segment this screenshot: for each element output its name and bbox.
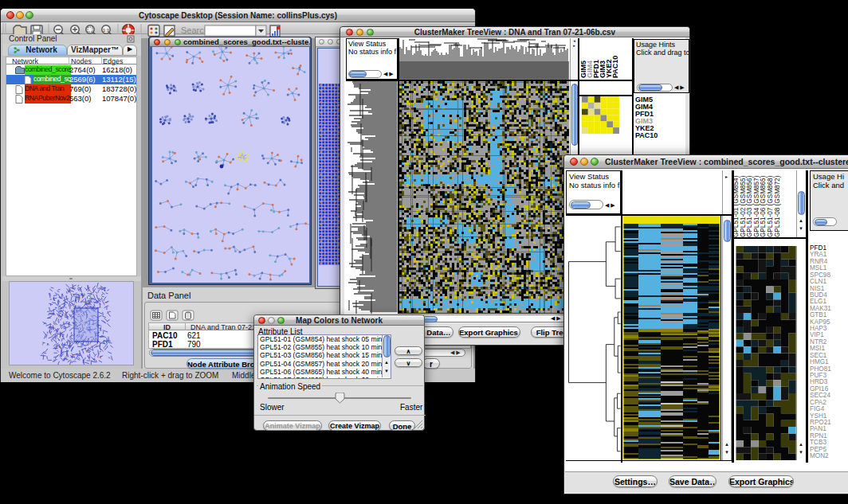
svg-text:GPL51-08 (GSM872): GPL51-08 (GSM872) [774, 175, 781, 237]
svg-text:1:1: 1:1 [103, 28, 109, 33]
svg-text:PAC10: PAC10 [611, 56, 619, 78]
